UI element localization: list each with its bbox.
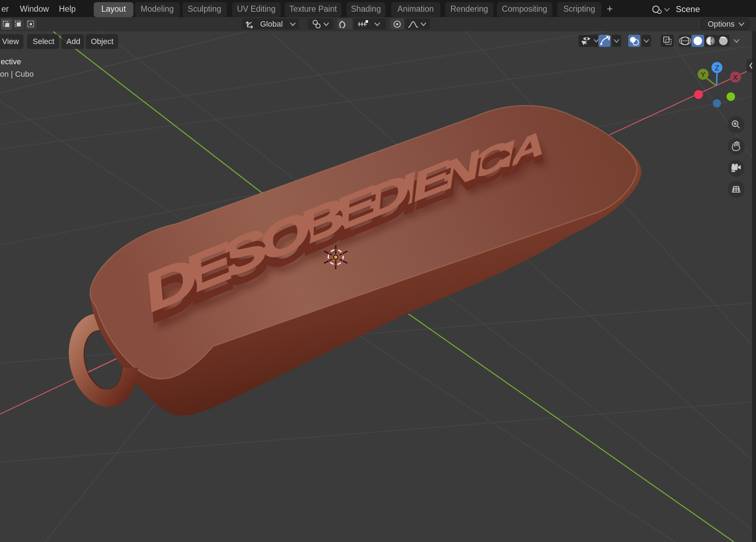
svg-text:UV Editing: UV Editing	[237, 4, 276, 13]
svg-text:Select: Select	[33, 37, 54, 46]
svg-text:Texture Paint: Texture Paint	[289, 4, 337, 13]
svg-text:Modeling: Modeling	[141, 4, 174, 13]
svg-text:Scripting: Scripting	[563, 4, 595, 13]
svg-text:Help: Help	[59, 4, 76, 13]
svg-text:Sculpting: Sculpting	[188, 4, 221, 13]
svg-text:Y: Y	[701, 71, 705, 78]
svg-text:on | Cubo: on | Cubo	[0, 70, 34, 78]
svg-text:Scene: Scene	[676, 4, 700, 14]
svg-text:View: View	[2, 37, 19, 46]
svg-text:Animation: Animation	[398, 4, 434, 13]
svg-text:X: X	[733, 74, 738, 81]
svg-text:Global: Global	[260, 20, 283, 28]
svg-text:ective: ective	[1, 57, 21, 66]
svg-text:Layout: Layout	[101, 4, 126, 13]
svg-text:Z: Z	[715, 64, 719, 72]
svg-text:Add: Add	[66, 37, 80, 46]
svg-text:Compositing: Compositing	[502, 4, 547, 13]
svg-text:Options: Options	[708, 20, 735, 28]
svg-text:er: er	[1, 4, 9, 13]
svg-text:Object: Object	[91, 37, 114, 46]
svg-text:Shading: Shading	[351, 4, 381, 13]
svg-text:Rendering: Rendering	[450, 4, 488, 13]
svg-text:Window: Window	[20, 4, 49, 13]
svg-text:+: +	[607, 3, 613, 15]
